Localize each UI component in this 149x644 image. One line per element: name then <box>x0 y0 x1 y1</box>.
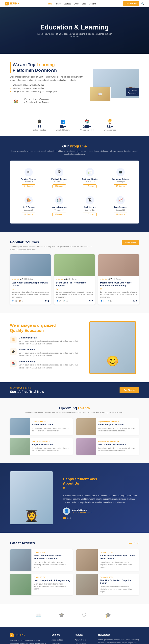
author-info: Joseph Simon Student-Summer Feces <box>72 509 92 513</box>
article-2-body: October 12, 2021 Better result cum make … <box>98 550 139 571</box>
course-3-students: 👤 496 <box>100 300 105 302</box>
course-3-lessons: 📋 31 <box>108 300 112 302</box>
program-applied-physics-btn[interactable]: 24 Courses <box>22 184 35 188</box>
footer: E EDUPIX We provided worldwide dolor sit… <box>0 627 149 644</box>
course-1-body: ★★★★★ 4.9 179 Review Web Application Dev… <box>10 276 51 304</box>
program-architecture-courses: Courses (12) <box>78 209 102 211</box>
course-card-3: ★★★★★ 4.7 209 Review Design for the web … <box>98 254 139 304</box>
nav-contact[interactable]: Contact <box>89 3 96 5</box>
trial-countdown-label: COUNTDOWN COME ON <box>10 387 32 389</box>
article-4-date: October 22, 2021 <box>100 576 137 578</box>
course-2-desc: Lorem ipsum dolor sit amet consectetur a… <box>56 291 93 298</box>
course-1-meta: 👤 416 📋 23 <box>12 300 23 302</box>
about-bullet-3: Always deliver machine learning cognitiv… <box>10 90 86 93</box>
course-2-image <box>54 254 95 276</box>
stat-events: 🏆 86+ Event Arranged <box>104 119 116 131</box>
courses-subtitle: At the Edupix Courses class sed duis nis… <box>10 245 93 251</box>
event-2-body: September Info Mortem 14 Inter-Collegiat… <box>96 418 139 435</box>
course-3-instructor: By <box>100 288 137 290</box>
get-started-button[interactable]: Get Started <box>123 1 139 6</box>
program-business-studies-icon: 📊 <box>86 168 94 176</box>
program-computer-science: 💻 Computer Science Courses (28) 28 Cours… <box>107 166 134 190</box>
footer-link-gallery[interactable]: College Gallery <box>52 643 64 644</box>
program-medical-science-btn[interactable]: 15 Courses <box>52 212 66 216</box>
stat-courses-number: 255+ <box>80 124 94 129</box>
article-3-body: October 18, 2021 How to expert in PHP Pr… <box>32 574 73 596</box>
programs-title: Our Programe <box>10 144 139 148</box>
article-card-1: October 9, 2021 Book Component of Adobe … <box>10 550 73 571</box>
course-1-instructor: By <box>12 288 49 290</box>
program-art-design-courses: Courses (20) <box>16 209 40 211</box>
footer-logo: E EDUPIX <box>10 634 47 637</box>
quality-image <box>90 321 139 374</box>
footer-faculty-title: Faculty <box>75 634 93 636</box>
about-exp: We have 15+ years Experience <box>24 98 49 100</box>
nav-links: Home Pages Courses Event Blog Contact <box>47 2 96 5</box>
more-articles-link[interactable]: More Article <box>129 542 139 544</box>
program-architecture-btn[interactable]: 12 Courses <box>83 212 96 216</box>
stats-section: 🎓 36 Online Faculties 👥 5k+ Enrolled Stu… <box>0 114 149 136</box>
partner-logo-4: 🎓 <box>103 610 116 620</box>
footer-link-about[interactable]: About Institute <box>52 639 63 641</box>
course-2-rating: ★★★★★ 4.8 154 Review <box>56 278 93 280</box>
program-architecture: 🏗 Architecture Courses (12) 12 Courses <box>76 194 104 218</box>
event-2-desc: Lorem ipsum dolor sit amet consectetur a… <box>98 427 137 432</box>
course-1-desc: Lorem ipsum dolor sit amet consectetur a… <box>12 291 49 298</box>
nav-blog[interactable]: Blog <box>82 3 86 5</box>
event-3-desc: Lorem ipsum dolor sit amet consectetur a… <box>32 447 70 452</box>
article-4-title: Five Tips for Modern Graphics Design <box>100 579 137 585</box>
event-3-date: October Info Mortem 7 <box>32 440 70 442</box>
footer-newsletter-text: Lorem ipsum dolor sit amet consectetur a… <box>98 638 139 644</box>
event-3-image <box>10 438 30 455</box>
hero-section: Education & Learning Lorem ipsum dolor s… <box>0 7 149 54</box>
partner-3-icon: 🛡 <box>81 611 91 619</box>
about-bullet-1: We always provide with quality data <box>10 84 86 86</box>
program-computer-science-btn[interactable]: 28 Courses <box>114 184 127 188</box>
article-1-desc: Lorem ipsum dolor sit amet consectetur a… <box>34 561 70 568</box>
courses-grid: ★★★★★ 4.9 179 Review Web Application Dev… <box>10 254 139 304</box>
more-courses-button[interactable]: More Courses <box>122 240 139 245</box>
nav-event[interactable]: Event <box>74 3 79 5</box>
program-medical-science-courses: Courses (15) <box>47 209 71 211</box>
course-3-price: $19 <box>133 300 137 302</box>
program-business-studies-btn[interactable]: 32 Courses <box>83 184 96 188</box>
program-computer-science-courses: Courses (28) <box>108 181 132 183</box>
svg-text:🎓: 🎓 <box>105 612 111 618</box>
footer-faculty-links: Administration Our Teachers Online Facul… <box>75 638 93 644</box>
program-political-science-btn[interactable]: 18 Courses <box>52 184 66 188</box>
programs-section: Our Programe Lorem ipsum dolor sit amet … <box>0 136 149 232</box>
course-1-title: Web Application Development with Laravel <box>12 282 49 287</box>
program-art-design-btn[interactable]: 20 Courses <box>22 212 35 216</box>
stat-events-label: Event Arranged <box>104 129 116 131</box>
program-applied-physics-courses: Courses (24) <box>16 181 40 183</box>
event-4-title: Workshop on Environment <box>98 443 137 446</box>
footer-logo-text: EDUPIX <box>14 634 26 637</box>
footer-newsletter: Newsletter Lorem ipsum dolor sit amet co… <box>98 634 139 644</box>
course-2-rating-num: 4.8 <box>64 278 68 280</box>
quality-heading: We manage & organized Quality Education <box>10 323 83 333</box>
stat-events-number: 86+ <box>104 124 116 129</box>
course-2-instructor: By <box>56 288 93 290</box>
trial-button[interactable]: Get Started <box>120 387 139 393</box>
nav-home[interactable]: Home <box>47 3 52 5</box>
programs-subtitle: Lorem ipsum dolor sit amet consectetur a… <box>10 150 139 156</box>
dot-1[interactable] <box>63 518 66 519</box>
nav-pages[interactable]: Pages <box>55 3 60 5</box>
footer-explore-title: Explore <box>52 634 70 636</box>
course-3-rating: ★★★★★ 4.7 209 Review <box>100 278 137 280</box>
programs-grid: ⚛ Applied Physics Courses (24) 24 Course… <box>10 160 139 224</box>
course-2-stars: ★★★★★ <box>56 278 64 280</box>
footer-link-admin[interactable]: Administration <box>75 639 86 641</box>
quality-section: We manage & organized Quality Education … <box>0 313 149 382</box>
about-description: We provided worldwide dolor sit amet con… <box>10 75 86 82</box>
footer-newsletter-title: Newsletter <box>98 634 139 636</box>
dot-3[interactable] <box>70 518 71 519</box>
footer-link-teachers[interactable]: Our Teachers <box>75 643 86 644</box>
dot-2[interactable] <box>67 518 68 519</box>
nav-courses[interactable]: Courses <box>64 3 71 5</box>
program-data-science-btn[interactable]: 22 Courses <box>114 212 127 216</box>
article-1-body: October 9, 2021 Book Component of Adobe … <box>32 550 73 571</box>
search-icon[interactable]: 🔍 <box>141 2 144 5</box>
course-1-review-count: 179 Review <box>24 278 33 280</box>
author-avatar: 👤 <box>63 508 70 515</box>
